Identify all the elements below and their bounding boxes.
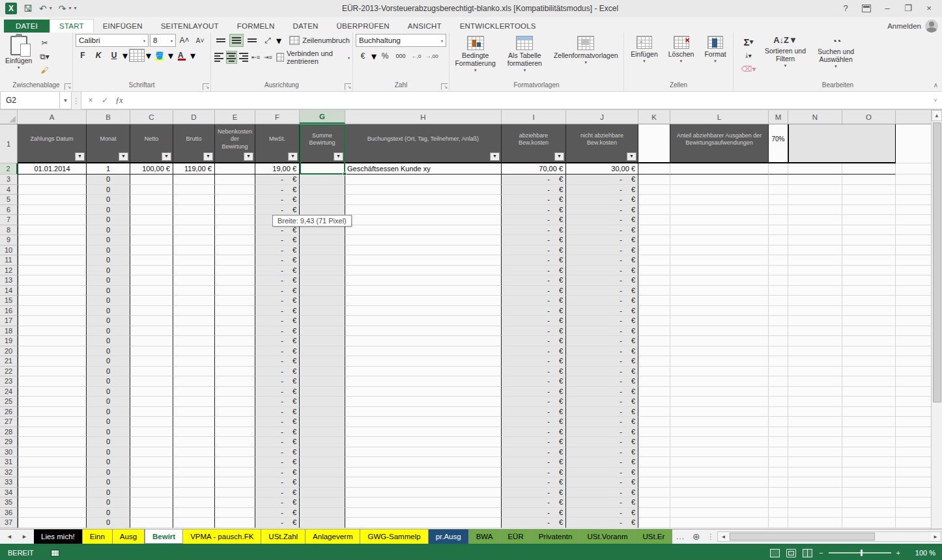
row-header-32[interactable]: 32 [0,468,18,478]
sheet-tab-einn[interactable]: Einn [83,529,113,544]
sheet-tab-e-r[interactable]: EÜR [500,529,531,544]
paste-button[interactable]: Einfügen▼ [3,34,35,72]
help-button[interactable]: ? [836,2,855,15]
column-header-I[interactable]: I [502,110,566,124]
restore-button[interactable]: ❐ [899,2,917,15]
tab-seitenlayout[interactable]: SEITENLAYOUT [152,20,228,33]
cell-styles-button[interactable]: Zellenformatvorlagen▼ [551,34,621,67]
decrease-indent-button[interactable]: ⇤≡ [250,51,261,64]
zoom-out-icon[interactable]: − [819,549,823,557]
sheet-overflow-indicator[interactable]: ... [672,529,689,544]
sheet-tab-ust-er[interactable]: USt.Er [635,529,672,544]
percent-style-button[interactable]: % [378,49,392,63]
sign-in-link[interactable]: Anmelden [887,22,921,30]
column-header-E[interactable]: E [215,110,255,124]
page-break-view-icon[interactable] [803,549,812,557]
collapse-ribbon-icon[interactable]: ∧ [934,81,938,89]
zoom-in-icon[interactable]: + [896,549,900,557]
new-sheet-button[interactable]: ⊕ [689,529,704,544]
column-header-G[interactable]: G [300,110,345,124]
column-header-N[interactable]: N [788,110,842,124]
row-header-37[interactable]: 37 [0,518,18,528]
customize-qat-icon[interactable]: ▾ [74,5,77,11]
confirm-entry-icon[interactable]: ✓ [98,96,111,105]
scroll-left-icon[interactable]: ◄ [718,532,728,541]
row-header-31[interactable]: 31 [0,457,18,468]
vertical-scroll-thumb[interactable] [933,122,941,402]
clear-button[interactable]: ⌫▾ [741,63,756,76]
align-center-button[interactable] [226,51,237,64]
filter-dropdown-icon-D[interactable]: ▼ [203,152,213,161]
align-right-button[interactable] [238,51,250,64]
name-box-dropdown-icon[interactable]: ▼ [60,92,72,109]
align-top-button[interactable] [214,34,228,47]
formula-input[interactable] [128,92,929,109]
sheet-tab-gwg-sammelp[interactable]: GWG-Sammelp [360,529,428,544]
copy-button[interactable]: ⧉▾ [37,50,51,63]
zoom-knob[interactable] [861,550,863,556]
row-header-6[interactable]: 6 [0,205,18,216]
cancel-entry-icon[interactable]: × [84,96,97,105]
cut-button[interactable]: ✂ [37,36,51,49]
column-header-B[interactable]: B [87,110,130,124]
row-header-13[interactable]: 13 [0,275,18,286]
row-header-9[interactable]: 9 [0,235,18,245]
filter-dropdown-icon-G[interactable]: ▼ [334,152,343,161]
tab-datei[interactable]: DATEI [4,20,50,33]
formula-bar-splitter[interactable]: ⋮ [72,92,81,109]
filter-dropdown-icon-F[interactable]: ▼ [288,152,298,161]
row-header-7[interactable]: 7 [0,215,18,225]
row-header-24[interactable]: 24 [0,387,18,397]
name-box[interactable]: G2 [0,92,60,109]
column-header-M[interactable]: M [769,110,788,124]
macro-record-icon[interactable] [51,550,59,557]
row-header-28[interactable]: 28 [0,427,18,438]
filter-dropdown-icon-A[interactable]: ▼ [75,152,85,161]
row-header-33[interactable]: 33 [0,477,18,488]
sheet-tab-ust-zahl[interactable]: USt.Zahl [261,529,306,544]
sheet-tab-privatentn[interactable]: Privatentn [532,529,580,544]
filter-dropdown-icon-H[interactable]: ▼ [490,152,500,161]
format-cells-button[interactable]: Format▼ [702,34,728,66]
expand-formula-bar-icon[interactable]: ˅ [929,92,942,109]
minimize-button[interactable]: – [878,2,896,15]
sheet-tab-bwa[interactable]: BWA [469,529,501,544]
horizontal-scroll-thumb[interactable] [730,533,875,540]
column-header-F[interactable]: F [255,110,300,124]
close-button[interactable]: × [920,2,938,15]
row-header-10[interactable]: 10 [0,245,18,256]
insert-cells-button[interactable]: ← Einfügen▼ [628,34,660,66]
font-size-combo[interactable]: 8▾ [150,34,176,47]
row-header-2[interactable]: 2 [0,163,18,175]
fill-button[interactable]: ⤓▾ [741,49,756,62]
align-left-button[interactable] [214,51,225,64]
tab-entwicklertools[interactable]: ENTWICKLERTOOLS [451,20,545,33]
accounting-format-button[interactable]: € [356,49,370,63]
scroll-up-icon[interactable]: ▲ [932,110,942,121]
filter-dropdown-icon-I[interactable]: ▼ [554,152,564,161]
column-header-L[interactable]: L [670,110,769,124]
row-header-12[interactable]: 12 [0,266,18,276]
font-dialog-launcher[interactable]: ↘ [203,83,209,90]
zoom-slider[interactable]: − + [819,549,900,557]
format-as-table-button[interactable]: Als Tabelle formatieren▼ [505,34,545,75]
italic-button[interactable]: K [91,49,106,62]
column-header-D[interactable]: D [173,110,215,124]
font-color-button[interactable]: A [175,49,189,62]
ribbon-display-options-button[interactable] [857,2,876,15]
insert-function-icon[interactable]: ƒx [113,96,126,105]
column-header-J[interactable]: J [566,110,638,124]
fill-color-button[interactable]: 🪣 [152,49,167,62]
row-header-8[interactable]: 8 [0,225,18,236]
merge-center-button[interactable]: Verbinden und zentrieren▾ [276,49,350,65]
number-dialog-launcher[interactable]: ↘ [441,83,448,90]
tab-ansicht[interactable]: ANSICHT [399,20,451,33]
bold-button[interactable]: F [76,49,90,62]
number-format-combo[interactable]: Buchhaltung▾ [356,34,446,47]
undo-dropdown-icon[interactable]: ▾ [50,5,52,11]
sheet-tab-pr-ausg[interactable]: pr.Ausg [429,529,469,544]
alignment-dialog-launcher[interactable]: ↘ [345,83,351,90]
filter-dropdown-icon-B[interactable]: ▼ [119,152,128,161]
row-header-36[interactable]: 36 [0,508,18,518]
normal-view-icon[interactable] [770,549,780,557]
